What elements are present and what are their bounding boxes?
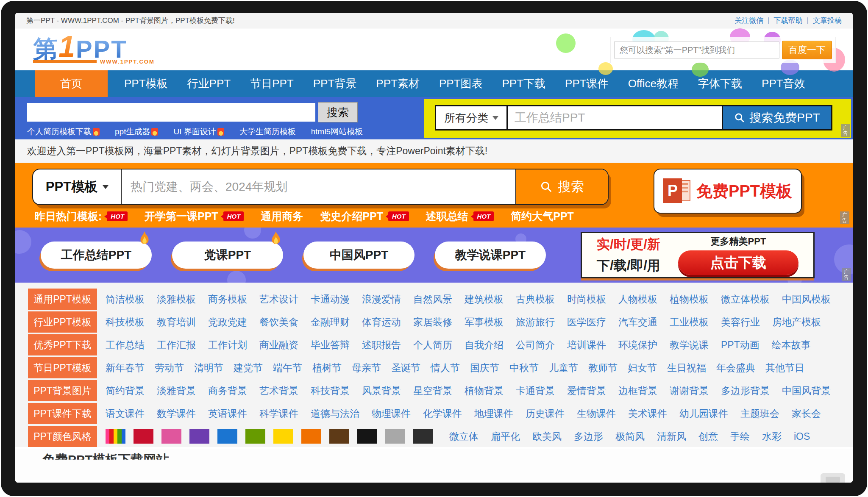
quick-link[interactable]: html5网站模板 [311,126,363,137]
category-link[interactable]: 自然风景 [413,293,452,306]
hot-template-link[interactable]: 通用商务 HOT [261,209,303,223]
quick-link[interactable]: 大学生简历模板 [239,126,296,137]
row-label[interactable]: 行业PPT模板 [28,311,97,333]
category-link[interactable]: 情人节 [431,361,460,375]
category-link[interactable]: 房地产模板 [772,316,821,329]
style-link[interactable]: 扁平化 [491,430,520,443]
category-link[interactable]: 科技模板 [106,316,145,329]
category-link[interactable]: 年会盛典 [716,361,755,375]
category-link[interactable]: 数学课件 [157,407,196,420]
color-swatch[interactable] [134,429,153,444]
style-link[interactable]: 多边形 [574,430,603,443]
category-link[interactable]: 圣诞节 [391,361,420,375]
category-link[interactable]: 端午节 [273,361,302,375]
nav-item[interactable]: 行业PPT [178,70,241,97]
category-pill-button[interactable]: 党课PPT [172,242,283,269]
category-link[interactable]: 美术课件 [628,407,667,420]
baidu-search-input[interactable] [614,42,779,58]
category-pill-button[interactable]: 教学说课PPT [435,242,546,269]
category-link[interactable]: 古典模板 [516,293,555,306]
category-link[interactable]: 艺术设计 [259,293,298,306]
category-link[interactable]: 中国风模板 [782,293,831,306]
row-label[interactable]: 通用PPT模板 [28,289,97,310]
category-pill-button[interactable]: 工作总结PPT [41,242,152,269]
category-link[interactable]: 劳动节 [155,361,184,375]
category-link[interactable]: 建党节 [234,361,263,375]
category-link[interactable]: 人物模板 [618,293,657,306]
free-ppt-card[interactable]: P 免费PPT模板 [654,169,802,214]
template-search-input[interactable] [122,169,515,204]
color-swatch[interactable] [413,429,433,444]
category-link[interactable]: 科学课件 [259,407,298,420]
category-link[interactable]: 妇女节 [628,361,657,375]
category-link[interactable]: 谢谢背景 [670,384,709,397]
quick-link[interactable]: ppt生成器 [115,126,158,137]
category-link[interactable]: 幼儿园课件 [679,407,728,420]
color-swatch[interactable] [301,429,321,444]
category-link[interactable]: 地理课件 [474,407,513,420]
category-link[interactable]: 环境保护 [618,339,657,352]
quick-link[interactable]: 个人简历模板下载 [27,126,100,137]
category-link[interactable]: 卡通背景 [516,384,555,397]
style-link[interactable]: 极简风 [615,430,645,443]
template-type-dropdown[interactable]: PPT模板 [33,169,122,204]
category-search-button[interactable]: 搜索免费PPT [723,105,832,130]
category-link[interactable]: 淡雅背景 [157,384,196,397]
quick-link[interactable]: UI 界面设计 [173,126,224,137]
style-link[interactable]: 清新风 [657,430,686,443]
category-link[interactable]: 商务模板 [208,293,247,306]
category-link[interactable]: 植物模板 [670,293,709,306]
category-link[interactable]: 简约背景 [106,384,145,397]
row-label[interactable]: 优秀PPT下载 [28,334,97,355]
category-link[interactable]: 英语课件 [208,407,247,420]
category-link[interactable]: 党政党建 [208,316,247,329]
category-link[interactable]: 边框背景 [618,384,657,397]
category-link[interactable]: 国庆节 [470,361,499,375]
color-swatch[interactable] [189,429,209,444]
row-label[interactable]: PPT颜色风格 [28,426,97,447]
color-swatch[interactable] [217,429,237,444]
style-link[interactable]: 欧美风 [532,430,562,443]
row-label[interactable]: 节日PPT模板 [28,357,97,378]
row-label[interactable]: PPT背景图片 [28,380,97,401]
category-dropdown[interactable]: 所有分类 [435,105,508,130]
category-link[interactable]: 历史课件 [526,407,565,420]
category-link[interactable]: 星空背景 [413,384,452,397]
color-swatch[interactable] [106,429,125,444]
category-link[interactable]: 旅游旅行 [516,316,555,329]
color-swatch[interactable] [385,429,405,444]
category-link[interactable]: 儿童节 [549,361,578,375]
baidu-search-button[interactable]: 百度一下 [782,41,832,59]
category-link[interactable]: 多边形背景 [721,384,770,397]
category-link[interactable]: 化学课件 [423,407,462,420]
category-link[interactable]: 餐饮美食 [259,316,298,329]
category-link[interactable]: 生物课件 [577,407,616,420]
category-link[interactable]: 物理课件 [372,407,411,420]
category-search-input[interactable] [508,105,723,130]
hot-template-link[interactable]: 述职总结 HOT [426,209,494,223]
category-link[interactable]: 科技背景 [311,384,350,397]
category-link[interactable]: 个人简历 [413,339,452,352]
category-link[interactable]: 工作总结 [106,339,145,352]
category-link[interactable]: 爱情背景 [567,384,606,397]
nav-item[interactable]: 节日PPT [240,70,303,97]
category-link[interactable]: 母亲节 [352,361,381,375]
style-link[interactable]: 手绘 [730,430,750,443]
category-link[interactable]: 工业模板 [670,316,709,329]
nav-item[interactable]: PPT背景 [303,70,367,97]
category-link[interactable]: 家居装修 [413,316,452,329]
category-link[interactable]: 淡雅模板 [157,293,196,306]
row-label[interactable]: PPT课件下载 [28,403,97,424]
category-link[interactable]: 清明节 [194,361,223,375]
category-link[interactable]: 自我介绍 [465,339,504,352]
floating-widget[interactable] [821,473,845,483]
category-link[interactable]: 美容行业 [721,316,760,329]
category-link[interactable]: 医学医疗 [567,316,606,329]
quick-search-button[interactable]: 搜索 [318,102,358,122]
hot-template-link[interactable]: 开学第一课PPT HOT [145,209,244,223]
nav-item[interactable]: PPT素材 [366,70,429,97]
category-link[interactable]: 商业融资 [259,339,298,352]
nav-item[interactable]: PPT下载 [492,70,555,97]
category-link[interactable]: PPT动画 [721,339,760,352]
category-link[interactable]: 公司简介 [516,339,555,352]
